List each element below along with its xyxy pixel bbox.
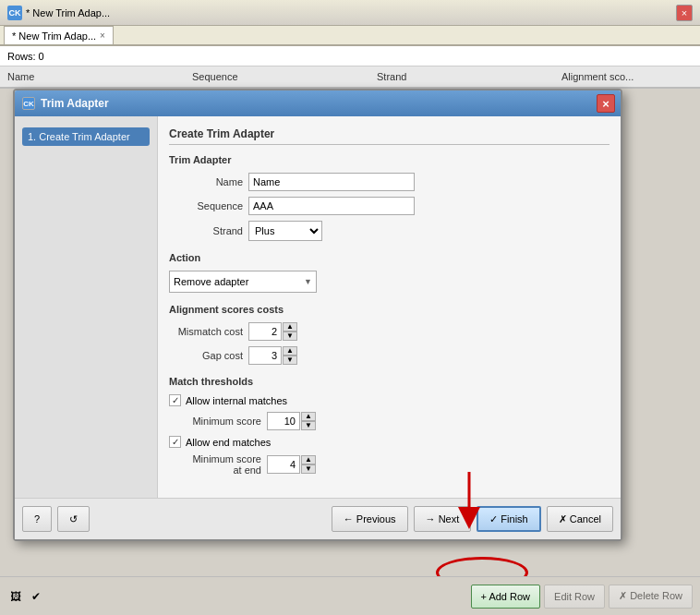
step-label: Create Trim Adapter <box>39 131 129 142</box>
trim-adapter-dialog: CK Trim Adapter × 1. Create Trim Adapter… <box>13 89 622 541</box>
gap-row: Gap cost ▲ ▼ <box>169 346 609 365</box>
min-score-label: Minimum score <box>187 416 261 427</box>
gap-down-button[interactable]: ▼ <box>283 356 297 365</box>
cancel-button[interactable]: ✗ Cancel <box>547 506 613 532</box>
strand-row: Strand Plus Minus Both <box>169 221 609 241</box>
rows-bar: Rows: 0 <box>0 46 700 66</box>
min-score-end-up-button[interactable]: ▲ <box>301 455 316 464</box>
main-tab[interactable]: * New Trim Adap... × <box>4 26 114 44</box>
help-button[interactable]: ? <box>22 506 52 532</box>
mismatch-spinner: ▲ ▼ <box>248 322 297 341</box>
action-label: Action <box>169 252 609 263</box>
mismatch-input[interactable] <box>248 322 282 341</box>
mismatch-label: Mismatch cost <box>169 326 243 337</box>
dialog-footer: ? ↺ ← Previous → Next ✓ Finish ✗ Cancel <box>15 498 621 539</box>
allow-end-label: Allow end matches <box>186 437 271 448</box>
window-close-button[interactable]: × <box>676 5 693 21</box>
strand-label: Strand <box>169 225 243 236</box>
match-title: Match thresholds <box>169 376 609 387</box>
check-icon[interactable]: ✔ <box>28 588 44 605</box>
tab-label: * New Trim Adap... <box>12 30 96 42</box>
allow-internal-row: Allow internal matches <box>169 394 609 406</box>
min-score-end-row: Minimum score at end ▲ ▼ <box>187 453 609 476</box>
dialog-sidebar: 1. Create Trim Adapter <box>15 116 158 498</box>
gap-input[interactable] <box>248 346 282 365</box>
mismatch-down-button[interactable]: ▼ <box>283 332 297 341</box>
dialog-close-button[interactable]: × <box>597 94 615 113</box>
allow-end-row: Allow end matches <box>169 436 609 448</box>
edit-row-button[interactable]: Edit Row <box>544 585 605 609</box>
min-score-end-spinner: ▲ ▼ <box>267 455 316 474</box>
image-icon[interactable]: 🖼 <box>7 588 24 605</box>
gap-spinner-buttons: ▲ ▼ <box>283 346 297 365</box>
name-label: Name <box>169 176 243 187</box>
delete-row-button[interactable]: ✗ Delete Row <box>609 585 693 609</box>
mismatch-row: Mismatch cost ▲ ▼ <box>169 322 609 341</box>
allow-internal-label: Allow internal matches <box>186 395 287 406</box>
app-icon: CK <box>7 6 22 20</box>
allow-end-checkbox[interactable] <box>169 436 181 448</box>
col-strand-header: Strand <box>377 71 561 82</box>
window-title: * New Trim Adap... <box>26 7 672 18</box>
mismatch-spinner-buttons: ▲ ▼ <box>283 322 297 341</box>
col-alignment-header: Alignment sco... <box>561 71 693 82</box>
alignment-section: Alignment scores costs Mismatch cost ▲ ▼… <box>169 304 609 365</box>
back-button[interactable]: ↺ <box>57 506 90 532</box>
dialog-icon: CK <box>22 97 35 110</box>
sequence-input[interactable] <box>248 197 415 215</box>
name-row: Name <box>169 173 609 191</box>
action-dropdown[interactable]: Remove adapter ▼ <box>169 271 317 293</box>
strand-select[interactable]: Plus Minus Both <box>248 221 322 241</box>
dialog-body: 1. Create Trim Adapter Create Trim Adapt… <box>15 116 621 498</box>
step-number: 1. <box>28 131 36 142</box>
dialog-titlebar: CK Trim Adapter × <box>15 90 621 116</box>
finish-button[interactable]: ✓ Finish <box>477 506 540 532</box>
min-score-spinner-buttons: ▲ ▼ <box>301 412 316 430</box>
name-input[interactable] <box>248 173 415 191</box>
allow-internal-checkbox[interactable] <box>169 394 181 406</box>
mismatch-up-button[interactable]: ▲ <box>283 322 297 332</box>
alignment-title: Alignment scores costs <box>169 304 609 315</box>
gap-up-button[interactable]: ▲ <box>283 346 297 356</box>
sequence-row: Sequence <box>169 197 609 215</box>
col-sequence-header: Sequence <box>192 71 377 82</box>
action-section: Action Remove adapter ▼ <box>169 252 609 293</box>
gap-spinner: ▲ ▼ <box>248 346 297 365</box>
add-row-button[interactable]: + Add Row <box>471 585 541 609</box>
sidebar-step-1[interactable]: 1. Create Trim Adapter <box>22 127 150 146</box>
min-score-input[interactable] <box>267 412 300 430</box>
dropdown-arrow-icon: ▼ <box>304 277 312 286</box>
window-titlebar: CK * New Trim Adap... × <box>0 0 700 26</box>
previous-button[interactable]: ← Previous <box>332 506 408 532</box>
min-score-end-input[interactable] <box>267 455 300 474</box>
bottom-left-icons: 🖼 ✔ <box>7 588 44 605</box>
min-score-row: Minimum score ▲ ▼ <box>187 412 609 430</box>
column-header: Name Sequence Strand Alignment sco... <box>0 66 700 89</box>
tab-close-button[interactable]: × <box>100 30 105 41</box>
min-score-end-spinner-buttons: ▲ ▼ <box>301 455 316 474</box>
tab-bar: * New Trim Adap... × <box>0 26 700 46</box>
min-score-down-button[interactable]: ▼ <box>301 421 316 430</box>
sequence-label: Sequence <box>169 200 243 211</box>
rows-count: Rows: 0 <box>7 51 44 62</box>
min-score-end-label: Minimum score at end <box>187 453 261 476</box>
min-score-spinner: ▲ ▼ <box>267 412 316 430</box>
next-button[interactable]: → Next <box>414 506 472 532</box>
col-name-header: Name <box>7 71 192 82</box>
match-section: Match thresholds Allow internal matches … <box>169 376 609 476</box>
dialog-title: Trim Adapter <box>41 97 613 110</box>
dialog-content: Create Trim Adapter Trim Adapter Name Se… <box>158 116 621 498</box>
subsection-trim: Trim Adapter <box>169 154 609 165</box>
min-score-end-down-button[interactable]: ▼ <box>301 464 316 474</box>
min-score-up-button[interactable]: ▲ <box>301 412 316 421</box>
bottom-toolbar: 🖼 ✔ + Add Row Edit Row ✗ Delete Row <box>0 576 700 615</box>
gap-label: Gap cost <box>169 350 243 361</box>
action-value: Remove adapter <box>174 276 248 287</box>
section-create-trim: Create Trim Adapter <box>169 127 609 145</box>
